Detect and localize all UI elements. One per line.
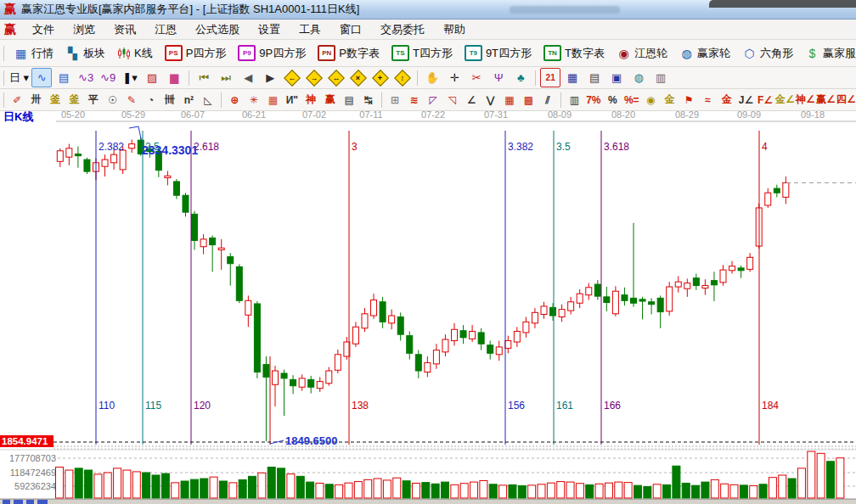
net-save-button[interactable]: ◍ [628,68,649,87]
fan-box-icon[interactable]: ◸ [424,91,442,109]
spiral-tool-icon[interactable]: ☉ [103,91,121,109]
si-angle-icon[interactable]: 四∠ [836,91,856,109]
clipped-link-fragment[interactable] [37,500,48,504]
slant-lines-icon[interactable]: ⫽ [538,91,557,109]
percent-icon[interactable]: % [603,91,622,109]
gann-grid-icon[interactable]: ▦ [263,91,282,109]
t-number-button[interactable]: TNT数字表 [538,42,611,64]
ying-tool-icon[interactable]: 赢 [321,91,340,109]
pattern-box-button[interactable]: ▨ [142,68,162,87]
measure-tool-button[interactable]: ✂ [466,68,487,87]
save-button[interactable]: ▣ [606,68,627,87]
quote-mark-icon[interactable]: И" [283,91,301,109]
clipped-link-fragment[interactable] [3,500,10,504]
pan-vert-diamond[interactable]: ↕ [392,68,413,87]
menu-item-9[interactable]: 帮助 [434,20,475,39]
gold-circle-icon[interactable]: ◉ [641,91,660,109]
gold-line-icon[interactable]: 金 [660,91,679,109]
brush-tool-icon[interactable]: ✐ [8,91,26,109]
grid-123-icon[interactable]: ▤ [340,91,358,109]
notes-button[interactable]: ▤ [584,68,605,87]
ruler2-icon[interactable]: 卌 [160,91,179,109]
flag-tool-icon[interactable]: ⚑ [679,91,698,109]
brain-tool-button[interactable]: ♣ [510,68,531,87]
frame-grid-icon[interactable]: ⊞ [386,91,404,109]
9t-square-button[interactable]: T99T四方形 [459,42,538,64]
gann-target-icon[interactable]: ⊕ [225,91,244,109]
histogram-button[interactable]: ▆ [164,68,184,87]
magic-tool-button[interactable]: Ψ [488,68,509,87]
gold-gauge-b-icon[interactable]: 釜 [65,91,83,109]
angle-tool-icon[interactable]: ◺ [199,91,217,109]
t-square-button[interactable]: TST四方形 [386,42,459,64]
menu-item-1[interactable]: 浏览 [64,20,104,39]
hexagon-button[interactable]: ⬡六角形 [736,43,799,64]
gold-gauge-a-icon[interactable]: 釜 [46,91,65,109]
n-square-icon[interactable]: n² [179,91,198,109]
quote-grid-button[interactable]: ▦行情 [8,43,59,64]
pencil-tool-icon[interactable]: ✎ [122,91,141,109]
shen-tool-icon[interactable]: 神 [301,91,320,109]
menu-item-3[interactable]: 江恩 [145,20,186,39]
f10-info-button[interactable]: ▤ [54,68,74,87]
candle-style-button[interactable]: ❚▾ [120,68,140,87]
winner-wheel-button[interactable]: ◍赢家轮 [673,43,736,64]
trend-angle-icon[interactable]: ∠ [462,91,481,109]
menu-item-6[interactable]: 工具 [290,20,330,39]
fan-box2-icon[interactable]: ◹ [442,91,461,109]
menu-item-7[interactable]: 窗口 [330,20,371,39]
hand-tool-button[interactable]: ✋ [422,68,442,87]
trend-mode-button[interactable]: ∿ [31,68,52,87]
column-stat-icon[interactable]: ▥ [565,91,583,109]
percent-line-icon[interactable]: %= [622,91,641,109]
period-day-button[interactable]: 日 ▾ [8,68,30,87]
level-tool-icon[interactable]: 平 [84,91,103,109]
red-grid2-icon[interactable]: ▩ [519,91,538,109]
red-grid-icon[interactable]: ▦ [500,91,519,109]
pan-right-diamond[interactable]: → [304,68,324,87]
clipped-link-fragment[interactable] [14,500,23,504]
wave-line-icon[interactable]: ≈ [698,91,717,109]
last-page-button[interactable]: ⏭ [216,68,236,87]
pan-left-diamond[interactable]: ← [282,68,302,87]
crosshair-button[interactable]: ✛ [444,68,465,87]
clock-cycle-icon[interactable]: ◔ [141,91,160,109]
zigzag-icon[interactable]: ⋁ [481,91,499,109]
menu-item-8[interactable]: 交易委托 [371,20,434,39]
prev-button[interactable]: ◀ [238,68,258,87]
j-angle-icon[interactable]: J∠ [736,91,755,109]
gann-star-icon[interactable]: ✳ [245,91,263,109]
gann-wheel-button[interactable]: ◉江恩轮 [611,43,673,64]
kline-chart[interactable]: 日K线05-2005-2906-0706-2107-0207-1107-2207… [0,110,856,504]
sector-blocks-button[interactable]: ▚板块 [59,43,111,64]
kline-button[interactable]: K线 [111,43,159,64]
workstation-button[interactable]: ▥ [650,68,671,87]
zoom-all-diamond[interactable]: + [370,68,391,87]
service-button[interactable]: $赢家服务 [799,43,856,64]
seven-pct-icon[interactable]: 7% [584,91,603,109]
fan-lines-icon[interactable]: ≋ [404,91,423,109]
shen-angle-icon[interactable]: 神∠ [795,91,815,109]
next-button[interactable]: ▶ [260,68,280,87]
time-ruler-icon[interactable]: 卅 [26,91,45,109]
zoom-x-diamond[interactable]: × [348,68,369,87]
gold-red-icon[interactable]: 金 [718,91,736,109]
9p-square-button[interactable]: P99P四方形 [232,42,312,64]
pan-both-diamond[interactable]: ↔ [326,68,346,87]
span-arrow-icon[interactable]: ↹ [358,91,377,109]
first-page-button[interactable]: ⏮ [194,68,214,87]
calendar-button[interactable]: 21 [540,68,560,87]
wave-3-button[interactable]: ∿3 [76,68,96,87]
menu-item-4[interactable]: 公式选股 [186,20,249,39]
gold-angle-icon[interactable]: 金∠ [774,91,795,109]
p-number-button[interactable]: PNP数字表 [312,42,386,64]
menu-item-2[interactable]: 资讯 [104,20,145,39]
menu-item-5[interactable]: 设置 [249,20,290,39]
calculator-button[interactable]: ▦ [562,68,583,87]
f-angle-icon[interactable]: F∠ [756,91,774,109]
ying-angle-icon[interactable]: 赢∠ [815,91,836,109]
menu-item-0[interactable]: 文件 [23,20,64,39]
p-square-button[interactable]: PSP四方形 [159,42,233,64]
clipped-link-fragment[interactable] [26,500,34,504]
wave-9-button[interactable]: ∿9 [98,68,118,87]
